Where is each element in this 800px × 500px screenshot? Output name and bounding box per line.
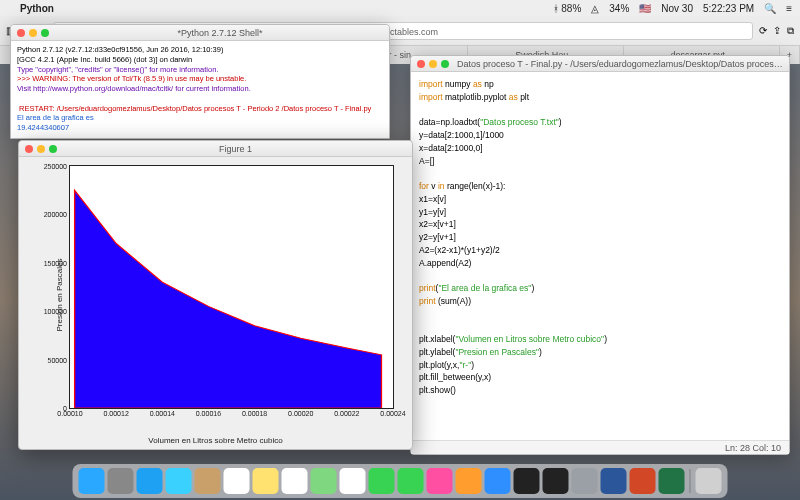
dock-notes-icon[interactable] [253,468,279,494]
tabs-icon[interactable]: ⧉ [787,25,794,37]
dock-python-idle-icon[interactable] [543,468,569,494]
dock-contacts-icon[interactable] [195,468,221,494]
window-title: *Python 2.7.12 Shell* [57,28,383,38]
xtick: 0.00016 [196,408,221,417]
app-menu[interactable]: Python [20,3,54,14]
menubar-date[interactable]: Nov 30 [661,3,693,14]
dock-preferences-icon[interactable] [572,468,598,494]
chart-ylabel: Presion en Pascales [55,259,64,332]
editor-titlebar[interactable]: Datos proceso T - Final.py - /Users/edua… [411,56,789,72]
xtick: 0.00012 [103,408,128,417]
dock-reminders-icon[interactable] [282,468,308,494]
window-title: Figure 1 [65,144,406,154]
minimize-icon[interactable] [429,60,437,68]
zoom-icon[interactable] [441,60,449,68]
battery-status[interactable]: 34% [609,3,629,14]
xtick: 0.00024 [380,408,405,417]
editor-statusbar: Ln: 28 Col: 10 [411,440,789,454]
ytick: 100000 [44,308,70,315]
dock-facetime-icon[interactable] [398,468,424,494]
dock-finder-icon[interactable] [79,468,105,494]
dock-powerpoint-icon[interactable] [630,468,656,494]
plot-axes: 0500001000001500002000002500000.000100.0… [69,165,394,409]
figure-titlebar[interactable]: Figure 1 [19,141,412,157]
dock-launchpad-icon[interactable] [108,468,134,494]
input-flag-icon[interactable]: 🇺🇸 [639,3,651,14]
window-title: Datos proceso T - Final.py - /Users/edua… [457,59,783,69]
dock-excel-icon[interactable] [659,468,685,494]
chart-xlabel: Volumen en Litros sobre Metro cubico [148,436,282,445]
dock-word-icon[interactable] [601,468,627,494]
dock [73,464,728,498]
xtick: 0.00018 [242,408,267,417]
shell-output[interactable]: Python 2.7.12 (v2.7.12:d33e0cf91556, Jun… [11,41,389,137]
share-icon[interactable]: ⇪ [773,25,781,36]
spotlight-icon[interactable]: 🔍 [764,3,776,14]
dock-maps-icon[interactable] [311,468,337,494]
reload-icon[interactable]: ⟳ [759,25,767,36]
minimize-icon[interactable] [29,29,37,37]
shell-titlebar[interactable]: *Python 2.7.12 Shell* [11,25,389,41]
xtick: 0.00020 [288,408,313,417]
editor-window: Datos proceso T - Final.py - /Users/edua… [410,55,790,455]
dock-photos-icon[interactable] [340,468,366,494]
dock-appstore-icon[interactable] [485,468,511,494]
close-icon[interactable] [417,60,425,68]
xtick: 0.00010 [57,408,82,417]
chart-area-fill [70,166,393,408]
code-editor[interactable]: import numpy as np import matplotlib.pyp… [411,72,789,403]
dock-separator [690,469,691,493]
bluetooth-status[interactable]: ᚼ 88% [553,3,582,14]
minimize-icon[interactable] [37,145,45,153]
menubar-time[interactable]: 5:22:23 PM [703,3,754,14]
dock-itunes-icon[interactable] [427,468,453,494]
wifi-icon[interactable]: ◬ [591,3,599,14]
ytick: 200000 [44,211,70,218]
dock-mail-icon[interactable] [166,468,192,494]
ytick: 50000 [48,356,70,363]
dock-terminal-icon[interactable] [514,468,540,494]
notification-center-icon[interactable]: ≡ [786,3,792,14]
close-icon[interactable] [25,145,33,153]
close-icon[interactable] [17,29,25,37]
python-shell-window: *Python 2.7.12 Shell* Python 2.7.12 (v2.… [10,24,390,139]
zoom-icon[interactable] [49,145,57,153]
figure-window: Figure 1 Presion en Pascales Volumen en … [18,140,413,450]
dock-ibooks-icon[interactable] [456,468,482,494]
dock-safari-icon[interactable] [137,468,163,494]
xtick: 0.00022 [334,408,359,417]
dock-trash-icon[interactable] [696,468,722,494]
menubar: Python ᚼ 88% ◬ 34% 🇺🇸 Nov 30 5:22:23 PM … [0,0,800,16]
zoom-icon[interactable] [41,29,49,37]
xtick: 0.00014 [150,408,175,417]
dock-messages-icon[interactable] [369,468,395,494]
dock-calendar-icon[interactable] [224,468,250,494]
ytick: 150000 [44,259,70,266]
ytick: 250000 [44,163,70,170]
